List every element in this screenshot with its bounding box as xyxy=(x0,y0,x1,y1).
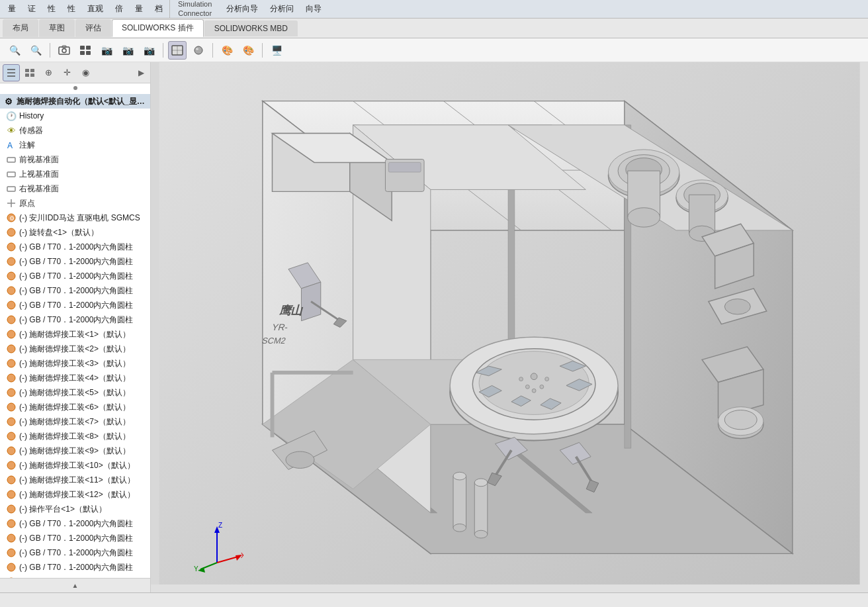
weld-label-10: (-) 施耐德焊接工装<10>（默认） xyxy=(19,460,135,471)
sidebar-grid-btn[interactable] xyxy=(21,64,38,81)
list-item[interactable]: (-) 施耐德焊接工装<2>（默认） xyxy=(0,342,150,356)
list-item[interactable]: (-) 施耐德焊接工装<9>（默认） xyxy=(0,444,150,458)
list-item[interactable]: (-) GB / T70．1-2000内六角圆柱 xyxy=(0,516,150,531)
simulation-connector-menu[interactable]: Simulation Connector xyxy=(169,0,220,18)
list-item[interactable]: (-) 旋转盘<1>（默认） xyxy=(0,225,150,240)
list-item[interactable]: (-) GB / T70．1-2000内六角圆柱 xyxy=(0,560,150,575)
list-item[interactable]: (-) 施耐德焊接工装<1>（默认） xyxy=(0,327,150,342)
toolbar-separator-3 xyxy=(212,43,213,58)
bolt-icon-1 xyxy=(5,518,17,530)
tree-top-plane[interactable]: 上视基准面 xyxy=(0,167,150,181)
list-item[interactable]: (-) 施耐德焊接工装<3>（默认） xyxy=(0,356,150,371)
snapshot-icon-btn[interactable]: 📷 xyxy=(118,41,137,60)
svg-point-112 xyxy=(724,299,750,314)
photo-icon-btn[interactable]: 📷 xyxy=(97,41,116,60)
tab-sketch[interactable]: 草图 xyxy=(39,19,75,37)
menu-quantity1[interactable]: 量 xyxy=(3,2,21,16)
svg-text:A: A xyxy=(7,141,13,150)
svg-point-46 xyxy=(7,505,15,513)
weld-icon-6 xyxy=(5,401,17,413)
comp-icon-6 xyxy=(5,285,17,297)
sidebar-crosshair-btn[interactable]: ✛ xyxy=(58,64,75,81)
color-icon-btn[interactable]: 🎨 xyxy=(218,41,236,60)
svg-point-48 xyxy=(7,534,15,542)
list-item[interactable]: (-) GB / T70．1-2000内六角圆柱 xyxy=(0,269,150,283)
list-item[interactable]: (-) 施耐德焊接工装<11>（默认） xyxy=(0,473,150,487)
tree-history[interactable]: 🕐 History xyxy=(0,109,150,123)
view-icon-btn[interactable] xyxy=(76,41,95,60)
tree-front-plane[interactable]: 前视基准面 xyxy=(0,152,150,167)
viewport[interactable]: 鹰山 YR- SCM2 Z xyxy=(151,62,868,592)
camera-icon-btn[interactable] xyxy=(55,41,73,60)
list-item[interactable]: (-) GB / T70．1-2000内六角圆柱 xyxy=(0,312,150,327)
tab-evaluate[interactable]: 评估 xyxy=(75,19,111,37)
svg-rect-21 xyxy=(7,172,15,177)
tree-origin[interactable]: 原点 xyxy=(0,196,150,210)
list-item[interactable]: ⚙ (-) 安川IDD马达 直驱电机 SGMCS xyxy=(0,210,150,225)
appearance-icon-btn[interactable]: 🎨 xyxy=(239,41,257,60)
svg-point-33 xyxy=(7,316,15,324)
svg-text:Z: Z xyxy=(218,522,222,529)
tree-annotation[interactable]: A 注解 xyxy=(0,138,150,152)
list-item[interactable]: (-) GB / T70．1-2000内六角圆柱 xyxy=(0,545,150,560)
search2-icon-btn[interactable]: 🔍 xyxy=(26,41,45,60)
list-item[interactable]: (-) 施耐德焊接工装<12>（默认） xyxy=(0,487,150,502)
svg-rect-5 xyxy=(80,51,85,55)
record-icon-btn[interactable]: 📷 xyxy=(140,41,158,60)
sidebar-feature-tree-btn[interactable] xyxy=(3,64,20,81)
origin-icon xyxy=(5,197,17,209)
sidebar-tree: ⚙ 施耐德焊接自动化（默认<默认_显示> 🕐 History 👁 传感器 A 注… xyxy=(0,93,150,578)
display-mode-icon-btn[interactable] xyxy=(168,41,187,60)
right-plane-label: 右视基准面 xyxy=(19,183,59,195)
monitor-icon-btn[interactable]: 🖥️ xyxy=(267,41,286,60)
3d-model-svg: 鹰山 YR- SCM2 xyxy=(151,62,868,592)
menu-file[interactable]: 档 xyxy=(150,2,168,16)
shading-icon-btn[interactable] xyxy=(189,41,208,60)
list-item[interactable]: (-) 施耐德焊接工装<5>（默认） xyxy=(0,385,150,400)
menu-quantity2[interactable]: 量 xyxy=(130,2,148,16)
svg-point-42 xyxy=(7,447,15,455)
menu-mult[interactable]: 倍 xyxy=(110,2,128,16)
menu-view[interactable]: 直观 xyxy=(82,2,108,16)
sidebar-plus-btn[interactable]: ⊕ xyxy=(40,64,57,81)
svg-marker-127 xyxy=(453,476,466,528)
weld-label-1: (-) 施耐德焊接工装<1>（默认） xyxy=(19,329,130,340)
list-item[interactable]: (-) GB / T70．1-2000内六角圆柱 xyxy=(0,298,150,312)
sidebar-expand-btn[interactable]: ▶ xyxy=(134,66,148,79)
menu-cert[interactable]: 证 xyxy=(22,2,41,16)
tab-layout[interactable]: 布局 xyxy=(3,19,38,37)
list-item[interactable]: (-) 施耐德焊接工装<6>（默认） xyxy=(0,400,150,414)
viewport-scrollbar-vertical[interactable] xyxy=(860,62,868,592)
list-item[interactable]: (-) 操作平台<1>（默认） xyxy=(0,502,150,516)
list-item[interactable]: (-) GB / T70．1-2000内六角圆柱 xyxy=(0,283,150,298)
tree-root[interactable]: ⚙ 施耐德焊接自动化（默认<默认_显示> xyxy=(0,94,150,109)
comp-label-1: (-) 安川IDD马达 直驱电机 SGMCS xyxy=(19,212,140,224)
svg-rect-17 xyxy=(25,73,29,77)
list-item[interactable]: (-) 施耐德焊接工装<10>（默认） xyxy=(0,458,150,473)
list-item[interactable]: (-) 施耐德焊接工装<4>（默认） xyxy=(0,371,150,385)
svg-point-129 xyxy=(453,524,466,532)
root-icon: ⚙ xyxy=(3,95,15,107)
list-item[interactable]: (-) GB / T70．1-2000内六角圆柱 xyxy=(0,254,150,269)
tree-sensor[interactable]: 👁 传感器 xyxy=(0,123,150,138)
tree-right-plane[interactable]: 右视基准面 xyxy=(0,181,150,196)
tab-sw-mbd[interactable]: SOLIDWORKS MBD xyxy=(204,21,298,36)
list-item[interactable]: (-) 施耐德焊接工装<7>（默认） xyxy=(0,414,150,429)
menu-prop2[interactable]: 性 xyxy=(62,2,81,16)
menu-analysis1[interactable]: 分析向导 xyxy=(221,2,263,16)
search-icon-btn[interactable]: 🔍 xyxy=(5,41,24,60)
tab-sw-plugin[interactable]: SOLIDWORKS 插件 xyxy=(112,19,204,37)
sidebar-circle-btn[interactable]: ◉ xyxy=(77,64,94,81)
menu-prop1[interactable]: 性 xyxy=(42,2,61,16)
list-item[interactable]: (-) 施耐德焊接工装<8>（默认） xyxy=(0,429,150,444)
list-item[interactable]: (-) GB / T70．1-2000内六角圆柱 xyxy=(0,531,150,545)
simulation-label: Simulation xyxy=(178,0,212,9)
viewport-scrollbar-horizontal[interactable] xyxy=(151,584,860,592)
list-item[interactable]: (-) GB / T70．1-2000内六角圆柱 xyxy=(0,240,150,254)
sidebar-collapse-dot[interactable] xyxy=(73,86,77,90)
menu-analysis2[interactable]: 分析问 xyxy=(265,2,299,16)
menu-guide[interactable]: 向导 xyxy=(300,2,327,16)
svg-point-31 xyxy=(7,287,15,295)
connector-label: Connector xyxy=(178,9,212,18)
sidebar-bottom-arrow[interactable]: ▲ xyxy=(72,582,79,589)
